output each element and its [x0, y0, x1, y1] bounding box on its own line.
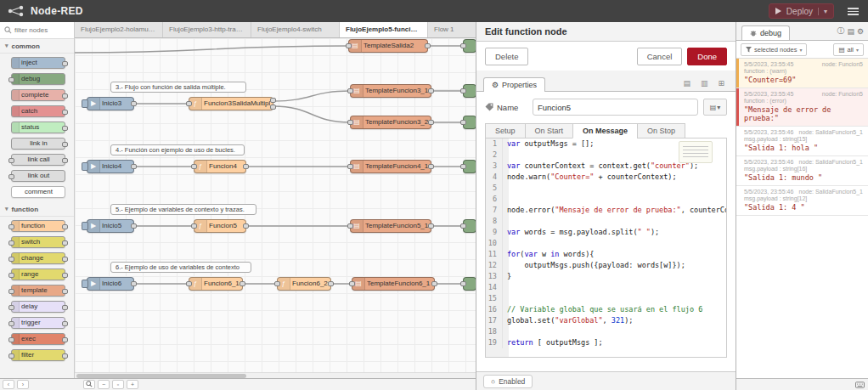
flow-tab-FlujoEjemplo4-switch[interactable]: FlujoEjemplo4-switch — [251, 22, 340, 38]
flow-node-Funcion3SalidaMultiple[interactable]: ƒFuncion3SalidaMultiple — [189, 97, 273, 110]
flow-node-Funcion5[interactable]: ƒFuncion5 — [194, 219, 246, 233]
info-icon[interactable]: ⓘ — [837, 25, 844, 37]
canvas-horizontal-scrollbar[interactable] — [75, 372, 476, 378]
palette-node-function[interactable]: function — [11, 220, 65, 232]
flow-tab-FlujoEjemplo2-holamundo-2[interactable]: FlujoEjemplo2-holamundo-2 — [75, 22, 163, 38]
enabled-toggle[interactable]: ○ Enabled — [483, 375, 533, 388]
palette-node-status[interactable]: status — [11, 122, 65, 133]
flow-node-TemplateFuncion5_1[interactable]: ▤TemplateFuncion5_1 — [350, 219, 431, 233]
palette-node-catch[interactable]: catch — [11, 105, 65, 117]
palette-node-link-call[interactable]: link call — [11, 154, 65, 166]
palette-node-range[interactable]: range — [11, 268, 65, 280]
palette-node-link-in[interactable]: link in — [11, 138, 65, 150]
flow-node-TemplateFuncion3_1[interactable]: ▤TemplateFuncion3_1 — [350, 84, 431, 98]
code-line[interactable]: 18 — [486, 326, 726, 337]
flow-node-Funcion4[interactable]: ƒFuncion4 — [194, 160, 246, 173]
flow-node-TemplateFuncion4_1[interactable]: ▤TemplateFuncion4_1 — [350, 160, 431, 173]
palette-node-switch[interactable]: switch — [11, 236, 65, 248]
environment-icon[interactable]: ▤ — [679, 78, 695, 88]
flow-node-Inicio4[interactable]: ▶Inicio4 — [87, 160, 134, 173]
editor-tab-on-start[interactable]: On Start — [525, 123, 573, 138]
code-line[interactable]: 4node.warn("Counter=" + counterContext); — [486, 172, 726, 183]
palette-category-function[interactable]: ▾function — [0, 202, 74, 217]
palette-node-change[interactable]: change — [11, 252, 65, 264]
palette-search-input[interactable] — [14, 26, 67, 34]
code-line[interactable]: 10 — [486, 238, 726, 249]
keyboard-icon[interactable] — [855, 382, 865, 388]
flow-comment[interactable]: 6.- Ejemplo de uso de variables de conte… — [110, 262, 251, 273]
code-line[interactable]: 9var words = msg.payload.split(" "); — [486, 227, 726, 238]
code-line[interactable]: 14 — [486, 282, 726, 293]
flow-node-TemplateFuncion6_1[interactable]: ▤TemplateFuncion6_1 — [352, 277, 435, 291]
flow-node-Inicio5[interactable]: ▶Inicio5 — [87, 219, 134, 233]
code-line[interactable]: 17global.set("varGlobal", 321); — [486, 315, 726, 326]
code-line[interactable]: 7node.error("Mensaje de error de prueba:… — [486, 205, 726, 216]
debug-message[interactable]: 5/5/2023, 23:55:45node: Funcion5function… — [736, 59, 868, 88]
debug-message[interactable]: 5/5/2023, 23:55:46node: SalidaFuncion5_1… — [736, 186, 868, 216]
code-line[interactable]: 19return [ outputMsgs ]; — [486, 337, 726, 348]
flow-tab-FlujoEjemplo5-funciones[interactable]: FlujoEjemplo5-funciones — [340, 22, 428, 38]
flow-node-TemplateSalida2[interactable]: ▤TemplateSalida2 — [348, 39, 428, 53]
code-line[interactable]: 15 — [486, 293, 726, 304]
code-line[interactable]: 6 — [486, 194, 726, 205]
code-line[interactable]: 8 — [486, 216, 726, 227]
flow-tab-FlujoEjemplo3-http-transform[interactable]: FlujoEjemplo3-http-transform — [163, 22, 251, 38]
zoom-out-button[interactable]: − — [98, 380, 110, 389]
palette-expand-button[interactable]: › — [17, 380, 29, 389]
gear-icon[interactable]: ⚙ — [857, 27, 864, 36]
palette-category-common[interactable]: ▾common — [0, 39, 74, 54]
debug-message[interactable]: 5/5/2023, 23:55:45node: Funcion5function… — [736, 88, 868, 127]
inject-button[interactable] — [82, 222, 88, 230]
palette-node-debug[interactable]: debug — [11, 73, 65, 85]
canvas-search-button[interactable] — [83, 380, 95, 389]
flow-node-Funcion6_2[interactable]: ƒFuncion6_2 — [277, 277, 331, 291]
palette-node-template[interactable]: template — [11, 285, 65, 297]
flow-comment[interactable]: 4.- Función con ejemplo de uso de bucles… — [110, 144, 245, 155]
debug-all-button[interactable]: ▤ all ▾ — [833, 43, 864, 56]
zoom-in-button[interactable]: + — [127, 380, 138, 389]
description-icon[interactable]: ▥ — [696, 78, 713, 88]
deploy-button[interactable]: Deploy ▾ — [769, 3, 834, 19]
code-line[interactable]: 11for(var w in words){ — [486, 249, 726, 260]
code-line[interactable]: 16// Variable global que se usará en el … — [486, 304, 726, 315]
chevron-down-icon[interactable]: ▾ — [818, 8, 827, 15]
palette-collapse-button[interactable]: ‹ — [3, 380, 14, 389]
flow-node-Inicio6[interactable]: ▶Inicio6 — [87, 277, 134, 291]
code-line[interactable]: 12 outputMsgs.push({payload: words[w]}); — [486, 260, 726, 271]
appearance-icon[interactable]: ⊞ — [713, 78, 729, 88]
editor-tab-setup[interactable]: Setup — [485, 123, 525, 138]
palette-search[interactable] — [0, 22, 74, 39]
flow-node-debug-stub-4[interactable] — [463, 160, 476, 173]
inject-button[interactable] — [82, 162, 88, 171]
flow-node-TemplateFuncion3_2[interactable]: ▤TemplateFuncion3_2 — [350, 116, 431, 129]
palette-node-complete[interactable]: complete — [11, 89, 65, 101]
code-line[interactable]: 5 — [486, 183, 726, 194]
flow-node-Funcion6_1[interactable]: ƒFuncion6_1 — [189, 277, 243, 291]
debug-filter-button[interactable]: selected nodes ▾ — [741, 43, 807, 56]
library-button[interactable]: ▤▾ — [703, 99, 727, 116]
list-icon[interactable]: ▤ — [847, 27, 854, 36]
palette-node-exec[interactable]: exec — [11, 333, 65, 345]
code-line[interactable]: 13} — [486, 271, 726, 282]
tab-debug[interactable]: debug — [741, 25, 790, 40]
flow-comment[interactable]: 3.- Flujo con función de salida múltiple… — [110, 82, 246, 93]
inject-button[interactable] — [82, 99, 88, 108]
tab-properties[interactable]: ⚙ Properties — [483, 77, 545, 92]
flow-node-debug-stub-5[interactable] — [463, 219, 476, 233]
flow-comment[interactable]: 5.- Ejemplo de variables de contexto y t… — [110, 204, 256, 215]
palette-node-comment[interactable]: comment — [11, 186, 65, 198]
done-button[interactable]: Done — [687, 48, 727, 65]
flow-node-debug-stub-3[interactable] — [463, 116, 476, 129]
editor-tab-on-stop[interactable]: On Stop — [637, 123, 685, 138]
flow-tab-Flow 1[interactable]: Flow 1 — [428, 22, 476, 38]
cancel-button[interactable]: Cancel — [637, 48, 683, 65]
code-editor[interactable]: 1var outputMsgs = [];23var counterContex… — [485, 138, 727, 358]
debug-message[interactable]: 5/5/2023, 23:55:46node: SalidaFuncion5_1… — [736, 127, 868, 156]
palette-node-link-out[interactable]: link out — [11, 170, 65, 182]
zoom-reset-button[interactable]: ▫ — [112, 380, 124, 389]
flow-node-debug-stub-6[interactable] — [463, 277, 476, 291]
inject-button[interactable] — [82, 280, 88, 288]
main-menu-button[interactable] — [844, 3, 861, 19]
flow-node-debug-stub-1[interactable] — [463, 39, 476, 53]
palette-node-trigger[interactable]: trigger — [11, 317, 65, 329]
